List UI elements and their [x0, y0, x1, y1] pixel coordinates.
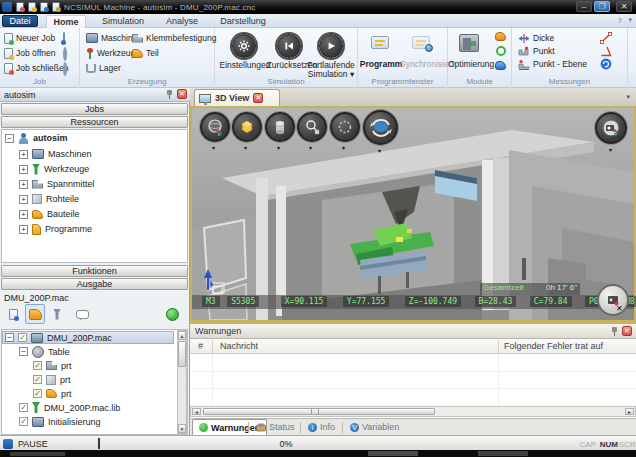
file-menu-button[interactable]: Datei: [2, 15, 38, 27]
program-tree-prt-3[interactable]: ✓ prt: [33, 387, 72, 400]
scroll-right-icon[interactable]: ►: [625, 408, 634, 415]
jobs-bar[interactable]: Jobs: [1, 103, 188, 115]
dropdown-icon[interactable]: ▾: [309, 144, 312, 151]
collapse-icon[interactable]: −: [5, 333, 14, 342]
expand-icon[interactable]: +: [19, 210, 28, 219]
program-tool-button[interactable]: [47, 304, 67, 324]
column-error[interactable]: Folgender Fehler trat auf: [504, 341, 603, 351]
module-check-icon[interactable]: [496, 46, 506, 56]
punkt-ebene-button[interactable]: Punkt - Ebene: [518, 58, 587, 70]
scroll-left-icon[interactable]: ◄: [192, 408, 201, 415]
dropdown-icon[interactable]: ▾: [609, 146, 612, 153]
dropdown-icon[interactable]: ▾: [212, 144, 215, 151]
new-job-button[interactable]: Neuer Job: [4, 32, 55, 44]
collapse-icon[interactable]: −: [19, 347, 28, 356]
display-mode-button[interactable]: [232, 112, 262, 142]
camera-settings-button[interactable]: [595, 112, 627, 144]
warnings-list-empty[interactable]: [190, 354, 636, 406]
programm-button[interactable]: Programm: [358, 60, 404, 69]
program-tree-init[interactable]: ✓ Initialisierung: [19, 415, 101, 428]
dicke-button[interactable]: Dicke: [518, 32, 554, 44]
scrollbar-thumb[interactable]: [178, 341, 186, 367]
checkbox-checked[interactable]: ✓: [18, 333, 27, 342]
tab-darstellung[interactable]: Darstellung: [210, 15, 276, 28]
open-job-button[interactable]: Job öffnen: [4, 47, 56, 59]
expand-icon[interactable]: +: [19, 195, 28, 204]
maschine-button[interactable]: Maschine: [86, 32, 137, 44]
tab-close-icon[interactable]: ✕: [253, 93, 263, 103]
rotate-view-button[interactable]: [363, 110, 398, 145]
expand-icon[interactable]: +: [19, 150, 28, 159]
scroll-down-icon[interactable]: ▼: [178, 424, 186, 433]
dropdown-icon[interactable]: ▾: [342, 144, 345, 151]
ausgabe-bar[interactable]: Ausgabe: [1, 278, 188, 290]
expand-icon[interactable]: +: [19, 165, 28, 174]
programm-icon[interactable]: [371, 36, 389, 49]
machine-panel-button[interactable]: [597, 284, 629, 316]
minimize-button[interactable]: –: [576, 1, 592, 12]
tree-item-maschinen[interactable]: + Maschinen: [19, 147, 92, 161]
scroll-up-icon[interactable]: ▲: [178, 331, 186, 340]
scrollbar-thumb[interactable]: [203, 408, 435, 415]
dropdown-icon[interactable]: ▾: [244, 144, 247, 151]
program-tree-table[interactable]: − Table: [19, 345, 70, 358]
tree-item-programme[interactable]: + Programme: [19, 222, 92, 236]
help-icon[interactable]: ?: [618, 16, 622, 25]
collapse-icon[interactable]: −: [5, 134, 14, 143]
messungen-distance-icon[interactable]: [600, 32, 612, 46]
3d-viewport[interactable]: ▾ ▾ ▾ ▾ ▾ ▾ ▾: [190, 108, 636, 322]
program-tree-root[interactable]: − ✓ DMU_200P.mac: [5, 331, 112, 344]
warnings-hscrollbar[interactable]: ◄ ►: [190, 406, 636, 417]
tab-simulation[interactable]: Simulation: [92, 15, 154, 28]
warnings-close-icon[interactable]: ✕: [622, 326, 632, 336]
punkt-button[interactable]: Punkt: [518, 45, 555, 57]
selection-button[interactable]: [330, 112, 360, 142]
close-job-button[interactable]: Job schließen: [4, 62, 68, 74]
tab-analyse[interactable]: Analyse: [158, 15, 206, 28]
fortlaufende-simulation-button[interactable]: [319, 34, 343, 58]
checkbox-checked[interactable]: ✓: [19, 403, 28, 412]
tree-item-werkzeuge[interactable]: + Werkzeuge: [19, 162, 89, 176]
messungen-rotate-icon[interactable]: [600, 58, 612, 72]
module-probe-icon[interactable]: [495, 61, 506, 70]
sidebar-close-icon[interactable]: ✕: [177, 89, 187, 99]
program-tree-prt-2[interactable]: ✓ prt: [33, 373, 71, 386]
ressourcen-bar[interactable]: Ressourcen: [1, 116, 188, 128]
funktionen-bar[interactable]: Funktionen: [1, 265, 188, 277]
einstellungen-button[interactable]: [232, 34, 256, 58]
expand-icon[interactable]: +: [19, 225, 28, 234]
scrollbar-grip[interactable]: [311, 409, 319, 414]
program-tree-prt-1[interactable]: ✓ prt: [33, 359, 72, 372]
maximize-button[interactable]: ❐: [594, 1, 610, 12]
ribbon-collapse-icon[interactable]: ▾: [628, 16, 632, 24]
program-tree-scrollbar[interactable]: ▲ ▼: [177, 330, 187, 434]
zoom-button[interactable]: [297, 112, 327, 142]
tab-info[interactable]: i Info: [302, 419, 341, 435]
tree-item-spannmittel[interactable]: + Spannmittel: [19, 177, 95, 191]
messungen-angle-icon[interactable]: [600, 45, 612, 59]
expand-icon[interactable]: +: [19, 180, 28, 189]
checkbox-checked[interactable]: ✓: [19, 417, 28, 426]
optimierung-button[interactable]: Optimierung: [448, 60, 494, 69]
quick-save-icon[interactable]: [40, 2, 48, 12]
column-message[interactable]: Nachricht: [220, 341, 258, 351]
program-doc-button[interactable]: [3, 304, 23, 324]
lager-button[interactable]: Lager: [86, 62, 121, 74]
dropdown-icon[interactable]: ▾: [277, 144, 280, 151]
quick-new-job-icon[interactable]: [16, 2, 24, 12]
tab-3d-view[interactable]: 3D View ✕: [194, 89, 280, 106]
klemmbefestigung-button[interactable]: Klemmbefestigung: [132, 32, 216, 44]
tree-item-bauteile[interactable]: + Bauteile: [19, 207, 80, 221]
tab-list-dropdown-icon[interactable]: ▾: [626, 93, 630, 101]
job-reload-icon[interactable]: [63, 64, 67, 74]
teil-button[interactable]: Teil: [132, 47, 159, 59]
stock-display-button[interactable]: [265, 112, 295, 142]
tab-variablen[interactable]: V Variablen: [344, 419, 405, 435]
column-number[interactable]: #: [198, 341, 203, 351]
tree-item-rohteile[interactable]: + Rohteile: [19, 192, 79, 206]
tree-item-autosim-root[interactable]: − autosim: [5, 131, 68, 145]
zuruecksetzen-button[interactable]: [277, 34, 301, 58]
tab-status[interactable]: Status: [250, 419, 301, 435]
program-part-view-button[interactable]: [25, 304, 45, 324]
program-tree-lib[interactable]: ✓ DMU_200P.mac.lib: [19, 401, 120, 414]
